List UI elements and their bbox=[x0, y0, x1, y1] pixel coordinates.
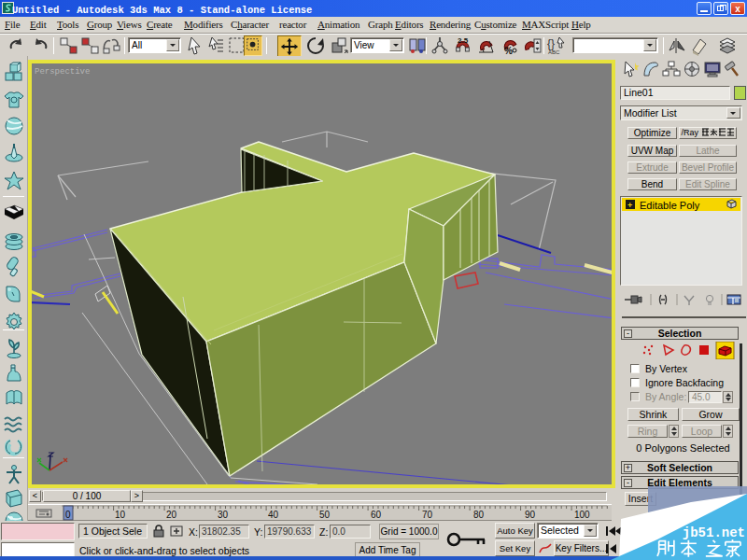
svg-text:60: 60 bbox=[371, 510, 382, 520]
svg-text:20: 20 bbox=[166, 510, 177, 520]
svg-text:0: 0 bbox=[65, 510, 71, 520]
svg-text:80: 80 bbox=[473, 510, 485, 520]
svg-text:2.5: 2.5 bbox=[458, 36, 469, 45]
svg-text:90: 90 bbox=[525, 510, 536, 520]
svg-text:ABC: ABC bbox=[548, 49, 560, 55]
svg-text:70: 70 bbox=[422, 510, 433, 520]
svg-text:30: 30 bbox=[218, 510, 229, 520]
svg-text:40: 40 bbox=[268, 510, 279, 520]
svg-text:%: % bbox=[504, 46, 513, 56]
svg-text:{}: {} bbox=[547, 37, 555, 50]
svg-text:50: 50 bbox=[319, 510, 331, 520]
svg-text:Perspective: Perspective bbox=[35, 67, 90, 77]
svg-text:10: 10 bbox=[115, 510, 126, 520]
svg-text:jb51.net: jb51.net bbox=[683, 525, 745, 540]
